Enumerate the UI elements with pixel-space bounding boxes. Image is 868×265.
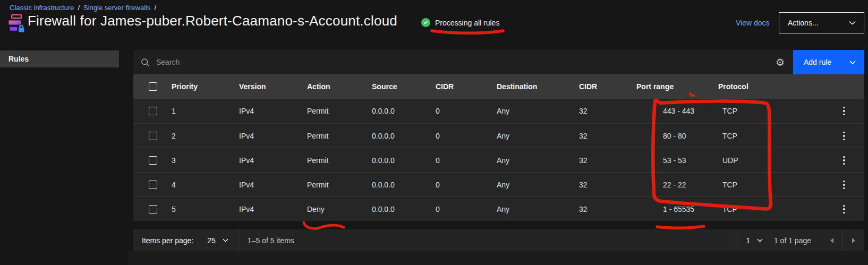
cell-action: Permit: [307, 148, 328, 173]
breadcrumb-single-server-firewalls[interactable]: Single server firewalls: [83, 4, 150, 12]
table-row: 1IPv4Permit0.0.0.00Any32443 - 443TCP: [133, 99, 864, 123]
gear-icon[interactable]: ⚙: [776, 57, 785, 67]
chevron-down-icon[interactable]: [223, 238, 228, 242]
cell-protocol: TCP: [722, 124, 737, 148]
cell-protocol: UDP: [722, 148, 738, 173]
items-per-page-value: 25: [207, 236, 216, 245]
cell-destination: Any: [497, 173, 509, 197]
overflow-menu-icon[interactable]: [838, 148, 850, 173]
search-icon: [141, 58, 150, 67]
row-checkbox[interactable]: [149, 156, 157, 165]
cell-protocol: TCP: [722, 197, 737, 221]
cell-version: IPv4: [239, 99, 254, 123]
view-docs-link[interactable]: View docs: [736, 19, 770, 27]
table-header-row: PriorityVersionActionSourceCIDRDestinati…: [133, 74, 864, 99]
cell-port_range: 80 - 80: [663, 124, 686, 148]
firewall-page: Classic infrastructure/Single server fir…: [0, 0, 868, 265]
pagination-bar: Items per page: 25 1–5 of 5 items 1 1 of…: [133, 229, 864, 251]
add-rule-label: Add rule: [804, 58, 831, 66]
cell-cidr: 0: [436, 148, 440, 173]
caret-left-icon: [830, 238, 833, 243]
column-header: CIDR: [436, 74, 454, 99]
cell-port_range: 443 - 443: [663, 99, 694, 123]
cell-priority: 2: [172, 124, 176, 148]
cell-destination: Any: [497, 197, 509, 221]
previous-page-button[interactable]: [821, 229, 843, 251]
breadcrumb-separator: /: [154, 4, 156, 12]
next-page-button[interactable]: [843, 229, 864, 251]
row-checkbox[interactable]: [149, 181, 157, 189]
caret-right-icon: [852, 238, 855, 243]
cell-port_range: 1 - 65535: [663, 197, 694, 221]
table-row: 4IPv4Permit0.0.0.00Any3222 - 22TCP: [133, 172, 864, 196]
cell-protocol: TCP: [722, 99, 737, 123]
cell-version: IPv4: [239, 148, 254, 173]
cell-dest_cidr: 32: [579, 197, 588, 221]
table-body: 1IPv4Permit0.0.0.00Any32443 - 443TCP2IPv…: [133, 99, 864, 221]
breadcrumb-separator: /: [78, 4, 80, 12]
actions-label: Actions...: [788, 19, 819, 27]
cell-action: Permit: [307, 124, 328, 148]
cell-source: 0.0.0.0: [372, 124, 395, 148]
row-checkbox[interactable]: [149, 205, 157, 213]
cell-version: IPv4: [239, 173, 254, 197]
status-label: Processing all rules: [435, 19, 499, 27]
cell-dest_cidr: 32: [579, 124, 588, 148]
chevron-down-icon[interactable]: [849, 61, 856, 64]
breadcrumb: Classic infrastructure/Single server fir…: [10, 4, 160, 12]
rules-table-panel: ⚙ Add rule PriorityVersionActionSourceCI…: [133, 50, 864, 251]
cell-version: IPv4: [239, 197, 254, 221]
row-checkbox[interactable]: [149, 107, 157, 115]
annotation-underline-status: [432, 31, 503, 33]
row-checkbox[interactable]: [149, 132, 157, 140]
column-header: Source: [372, 74, 397, 99]
add-rule-button[interactable]: Add rule: [793, 50, 864, 74]
page-count-text: 1 of 1 page: [774, 236, 811, 245]
select-all-checkbox[interactable]: [149, 82, 157, 91]
cell-priority: 3: [172, 148, 176, 173]
cell-priority: 1: [172, 99, 176, 123]
page-title: Firewall for James-puber.Robert-Caamano-…: [28, 13, 397, 29]
column-header: Port range: [636, 74, 674, 99]
checkmark-filled-icon: [421, 18, 430, 27]
bottom-strip: [127, 251, 868, 265]
sidebar-item-label: Rules: [8, 55, 29, 63]
column-header: Protocol: [718, 74, 748, 99]
table-pagination-gap: [133, 221, 864, 229]
chevron-down-icon: [757, 238, 763, 242]
column-header: Version: [239, 74, 266, 99]
items-per-page-label: Items per page:: [142, 236, 193, 245]
table-toolbar: ⚙ Add rule: [133, 50, 864, 74]
chevron-down-icon: [849, 21, 856, 25]
column-header: Priority: [172, 74, 198, 99]
cell-cidr: 0: [436, 173, 440, 197]
sidebar-item-rules[interactable]: Rules: [0, 50, 119, 67]
page-select-value: 1: [746, 236, 750, 245]
overflow-menu-icon[interactable]: [838, 173, 850, 197]
cell-port_range: 22 - 22: [663, 173, 686, 197]
page-select[interactable]: 1: [737, 236, 763, 245]
overflow-menu-icon[interactable]: [838, 197, 850, 221]
cell-source: 0.0.0.0: [372, 148, 395, 173]
cell-destination: Any: [497, 124, 509, 148]
cell-action: Permit: [307, 99, 328, 123]
table-row: 5IPv4Deny0.0.0.00Any321 - 65535TCP: [133, 196, 864, 221]
cell-cidr: 0: [436, 99, 440, 123]
cell-action: Permit: [307, 173, 328, 197]
cell-source: 0.0.0.0: [372, 197, 395, 221]
actions-button[interactable]: Actions...: [779, 12, 864, 33]
column-header: Destination: [497, 74, 537, 99]
overflow-menu-icon[interactable]: [838, 124, 850, 148]
column-header: CIDR: [579, 74, 597, 99]
cell-priority: 5: [172, 197, 176, 221]
table-row: 3IPv4Permit0.0.0.00Any3253 - 53UDP: [133, 148, 864, 172]
breadcrumb-classic-infrastructure[interactable]: Classic infrastructure: [10, 4, 74, 12]
items-range-text: 1–5 of 5 items: [248, 236, 294, 245]
cell-dest_cidr: 32: [579, 173, 588, 197]
search-input[interactable]: [156, 58, 776, 66]
cell-destination: Any: [497, 99, 509, 123]
cell-destination: Any: [497, 148, 509, 173]
overflow-menu-icon[interactable]: [838, 99, 850, 123]
cell-dest_cidr: 32: [579, 148, 588, 173]
column-header: Action: [307, 74, 330, 99]
